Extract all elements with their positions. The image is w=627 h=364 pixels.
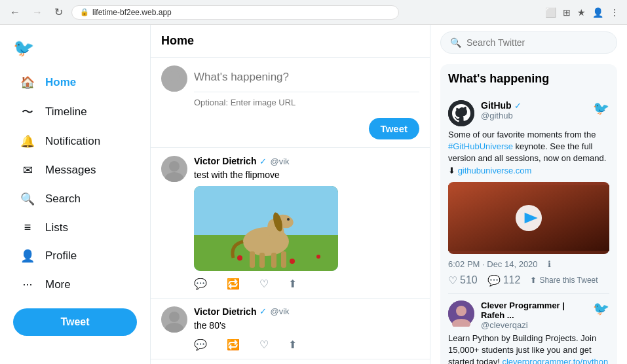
tweet-item: Victor Dietrich ✓ @vik test with the fli… [151,148,430,299]
address-bar[interactable]: 🔒 lifetime-bf2ee.web.app [71,5,399,20]
sidebar-label-more: More [45,278,71,291]
profile-nav-icon: 👤 [20,249,35,263]
svg-rect-11 [259,253,265,268]
compose-area: Tweet [151,58,430,148]
app-container: 🐦 🏠 Home 〜 Timeline 🔔 Notification ✉ Mes… [0,25,627,364]
back-button[interactable]: ← [7,5,24,20]
github-interactions: ♡ 510 💬 112 ⬆ Share this Tweet [448,274,609,287]
tweet-item: Victor Dietrich ✓ @vik the 80's 💬 🔁 ♡ ⬆ [151,299,430,360]
trending-clever-text: Learn Python by Building Projects. Join … [448,333,609,364]
menu-button[interactable]: ⋮ [609,6,620,19]
svg-point-15 [237,255,242,261]
search-icon: 🔍 [20,192,35,206]
sidebar-item-profile[interactable]: 👤 Profile [7,242,143,270]
github-like-button[interactable]: ♡ 510 [448,274,478,287]
github-video-thumbnail[interactable] [448,182,609,254]
compose-image-url-input[interactable] [194,92,419,113]
sidebar-label-search: Search [45,192,81,206]
twitter-search-input[interactable] [466,37,607,48]
search-box-icon: 🔍 [450,37,461,48]
trending-github-text: Some of our favorite moments from the #G… [448,129,609,177]
forward-button[interactable]: → [29,5,46,20]
github-tweet-stats: 6:02 PM · Dec 14, 2020 ℹ [448,259,609,269]
feed-title: Home [151,25,430,58]
verified-badge: ✓ [259,306,267,316]
profile-button[interactable]: 👤 [591,6,605,19]
compose-text-input[interactable] [194,65,419,89]
svg-point-14 [287,218,290,221]
tweet-author-name: Victor Dietrich [194,156,256,166]
sidebar-item-more[interactable]: ··· More [7,271,143,298]
tweet-body: the 80's [194,319,419,333]
tweet-image [194,186,338,271]
lock-icon: 🔒 [80,8,89,16]
trending-name-row: GitHub ✓ [481,100,586,111]
trending-clever-header: Clever Programmer | Rafeh ... @cleverqaz… [448,300,609,330]
svg-point-1 [165,82,183,92]
svg-point-18 [169,312,180,322]
trending-box: What's happening GitHub ✓ [440,64,617,364]
home-icon: 🏠 [20,75,35,90]
tweet-header: Victor Dietrich ✓ @vik [194,306,419,317]
search-box[interactable]: 🔍 [440,31,617,54]
github-share-button[interactable]: ⬆ Share this Tweet [530,274,598,287]
like-button[interactable]: ♡ [259,338,269,351]
timeline-icon: 〜 [20,104,35,120]
github-comment-button[interactable]: 💬 112 [487,274,521,287]
sidebar: 🐦 🏠 Home 〜 Timeline 🔔 Notification ✉ Mes… [0,25,151,364]
sidebar-item-search[interactable]: 🔍 Search [7,185,143,213]
svg-rect-13 [281,251,286,268]
trending-github-info: GitHub ✓ @github [481,100,586,120]
twitter-logo-icon-2: 🐦 [593,300,609,316]
svg-point-2 [169,161,180,172]
compose-tweet-submit[interactable]: Tweet [369,118,419,139]
tweet-actions: 💬 🔁 ♡ ⬆ [194,338,419,351]
tweet-author-handle: @vik [270,306,289,316]
screen-cast-button[interactable]: ⬜ [544,6,558,19]
tweet-header: Victor Dietrich ✓ @vik [194,156,419,166]
trending-title: What's happening [448,72,609,86]
extensions-button[interactable]: ⊞ [561,6,572,19]
svg-point-3 [165,172,183,182]
sidebar-item-home[interactable]: 🏠 Home [7,69,143,96]
share-button[interactable]: ⬆ [288,278,297,290]
trending-item-github: GitHub ✓ @github 🐦 Some of our favorite … [448,94,609,294]
svg-point-16 [290,259,295,264]
compose-avatar [161,65,187,92]
trending-item-clever: Clever Programmer | Rafeh ... @cleverqaz… [448,294,609,364]
main-feed: Home Tweet Victor Dietrich ✓ [151,25,430,364]
github-avatar [448,100,474,126]
svg-point-25 [456,306,466,316]
bookmark-button[interactable]: ★ [576,6,587,19]
twitter-logo-icon: 🐦 [593,100,609,116]
github-timestamp: 6:02 PM · Dec 14, 2020 [448,259,538,269]
verified-badge: ✓ [514,101,522,111]
share-button[interactable]: ⬆ [288,338,297,351]
right-sidebar: 🔍 What's happening GitHub [430,25,627,364]
sidebar-item-messages[interactable]: ✉ Messages [7,156,143,184]
sidebar-item-lists[interactable]: ≡ Lists [7,214,143,241]
sidebar-item-timeline[interactable]: 〜 Timeline [7,98,143,126]
sidebar-item-notification[interactable]: 🔔 Notification [7,128,143,155]
comment-button[interactable]: 💬 [194,278,207,290]
svg-point-19 [165,323,183,333]
trending-clever-name: Clever Programmer | Rafeh ... [481,300,586,320]
tweet-author-avatar [161,306,187,333]
comment-button[interactable]: 💬 [194,338,207,351]
tweet-body: test with the flipmove [194,169,419,182]
retweet-button[interactable]: 🔁 [227,338,240,351]
like-button[interactable]: ♡ [259,278,269,290]
svg-rect-10 [250,251,255,268]
tweet-author-avatar [161,156,187,182]
tweet-content: Victor Dietrich ✓ @vik the 80's 💬 🔁 ♡ ⬆ [194,306,419,352]
tweet-button[interactable]: Tweet [13,308,137,336]
tweet-actions: 💬 🔁 ♡ ⬆ [194,278,419,290]
sidebar-label-timeline: Timeline [45,105,87,118]
retweet-button[interactable]: 🔁 [227,278,240,290]
clever-avatar [448,300,474,327]
trending-item-header: GitHub ✓ @github 🐦 [448,100,609,126]
trending-clever-handle: @cleverqazi [481,320,586,330]
sidebar-label-home: Home [45,76,76,89]
reload-button[interactable]: ↻ [51,5,66,20]
svg-point-17 [316,255,320,259]
